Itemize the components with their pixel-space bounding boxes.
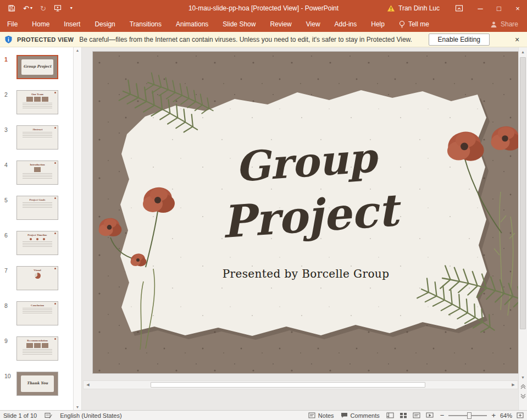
main-area: 1 Group Project 2 Our Team 3 Abstract 4 …: [0, 47, 527, 410]
warning-icon: [387, 4, 395, 12]
slide-thumbnail-6[interactable]: 6 Project Timeline: [2, 231, 70, 255]
slide-thumbnail-9[interactable]: 9 Recommendation: [2, 336, 70, 361]
ribbon-tab-bar: File Home Insert Design Transitions Anim…: [0, 16, 527, 32]
tab-design[interactable]: Design: [87, 16, 122, 32]
scroll-up-icon[interactable]: ▲: [519, 47, 527, 56]
slide-thumbnail-10[interactable]: 10 Thank You: [2, 372, 70, 396]
notes-toggle[interactable]: Notes: [308, 412, 334, 419]
protected-view-label: PROTECTED VIEW: [17, 36, 74, 43]
slide-thumbnail-7[interactable]: 7 Visual: [2, 266, 70, 290]
vertical-scrollbar[interactable]: ▲ ▼: [518, 47, 527, 410]
slideshow-view-icon[interactable]: [426, 412, 434, 418]
tab-insert[interactable]: Insert: [57, 16, 87, 32]
thumbnail-panel-scrollbar[interactable]: ▲ ▼: [73, 47, 82, 410]
reading-view-icon[interactable]: [413, 412, 420, 418]
redo-icon[interactable]: ↻: [40, 5, 46, 12]
lightbulb-icon: [398, 20, 406, 28]
maximize-button[interactable]: □: [490, 0, 508, 16]
slide-number: 6: [2, 231, 13, 255]
close-button[interactable]: ×: [508, 0, 527, 16]
slide-thumbnail-4[interactable]: 4 Introduction: [2, 161, 70, 185]
previous-slide-button[interactable]: [519, 382, 527, 391]
tab-help[interactable]: Help: [364, 16, 392, 32]
slide-thumbnail-panel: 1 Group Project 2 Our Team 3 Abstract 4 …: [0, 47, 73, 410]
tab-transitions[interactable]: Transitions: [123, 16, 169, 32]
shield-info-icon: [4, 35, 13, 44]
horizontal-scrollbar[interactable]: ◀ ▶: [83, 380, 518, 389]
slide-number: 7: [2, 266, 13, 290]
zoom-level[interactable]: 64%: [500, 412, 512, 419]
enable-editing-button[interactable]: Enable Editing: [429, 34, 490, 46]
thumbnail-title: Our Team: [17, 93, 58, 96]
tab-home[interactable]: Home: [25, 16, 57, 32]
language-indicator[interactable]: English (United States): [60, 412, 122, 419]
slide-number: 8: [2, 301, 13, 325]
thumbnail-title: Visual: [17, 269, 58, 272]
slide-number: 3: [2, 125, 13, 150]
slide-thumbnail-2[interactable]: 2 Our Team: [2, 90, 70, 114]
slide-editor-area: Group Project Presented by Borcelle Grou…: [82, 47, 527, 410]
scroll-down-icon[interactable]: ▼: [519, 373, 527, 382]
account-info[interactable]: Tran Dinh Luc: [379, 4, 447, 12]
thumbnail-title: Recommendation: [17, 339, 58, 342]
view-switcher: [386, 412, 434, 418]
protected-view-message: Be careful—files from the Internet can c…: [79, 36, 412, 43]
slide-number: 2: [2, 90, 13, 114]
tab-slideshow[interactable]: Slide Show: [215, 16, 263, 32]
zoom-in-button[interactable]: +: [491, 412, 496, 419]
slide-canvas[interactable]: Group Project Presented by Borcelle Grou…: [93, 52, 519, 373]
slide-thumbnail-8[interactable]: 8 Conclusion: [2, 301, 70, 325]
protected-view-bar: PROTECTED VIEW Be careful—files from the…: [0, 32, 527, 47]
ribbon-display-options-icon[interactable]: [447, 4, 471, 12]
dismiss-bar-icon[interactable]: ×: [512, 35, 523, 44]
slide-thumbnail-1[interactable]: 1 Group Project: [2, 55, 70, 79]
next-slide-button[interactable]: [519, 391, 527, 401]
normal-view-icon[interactable]: [386, 412, 394, 418]
person-icon: [490, 21, 497, 28]
tab-animations[interactable]: Animations: [169, 16, 215, 32]
thumbnail-title: Group Project: [24, 65, 52, 69]
zoom-out-button[interactable]: −: [440, 412, 445, 419]
slide-indicator[interactable]: Slide 1 of 10: [3, 412, 37, 419]
scroll-left-icon[interactable]: ◀: [84, 380, 92, 389]
tab-review[interactable]: Review: [263, 16, 298, 32]
slide-artwork: [93, 52, 519, 373]
slide-thumbnail-5[interactable]: 5 Project Goals: [2, 196, 70, 220]
save-icon[interactable]: [8, 4, 15, 12]
slide-number: 5: [2, 196, 13, 220]
comments-toggle[interactable]: Comments: [341, 412, 380, 419]
slide-number: 9: [2, 336, 13, 361]
thumbnail-title: Conclusion: [17, 304, 58, 307]
undo-icon[interactable]: ↶▾: [23, 5, 32, 12]
slide-number: 10: [2, 372, 13, 396]
customize-qat-caret-icon[interactable]: ▾: [69, 6, 73, 10]
user-name: Tran Dinh Luc: [398, 4, 440, 12]
vertical-scroll-thumb[interactable]: [520, 57, 526, 329]
scroll-down-icon[interactable]: ▼: [76, 405, 80, 409]
thumbnail-title: Project Timeline: [17, 234, 58, 236]
slide-number: 1: [2, 55, 13, 79]
start-slideshow-icon[interactable]: [54, 4, 62, 12]
tab-file[interactable]: File: [0, 16, 25, 32]
thumbnail-title: Thank You: [27, 382, 48, 385]
scroll-up-icon[interactable]: ▲: [76, 48, 80, 52]
slide-thumbnail-3[interactable]: 3 Abstract: [2, 125, 70, 150]
zoom-slider-knob[interactable]: [467, 412, 471, 419]
tab-view[interactable]: View: [299, 16, 328, 32]
slide-number: 4: [2, 161, 13, 185]
proofing-icon[interactable]: [45, 412, 52, 419]
minimize-button[interactable]: ─: [471, 0, 490, 16]
scroll-right-icon[interactable]: ▶: [509, 380, 518, 389]
thumbnail-title: Project Goals: [17, 198, 58, 201]
share-button[interactable]: Share: [481, 20, 527, 28]
horizontal-scroll-thumb[interactable]: [151, 382, 425, 388]
title-bar: ↶▾ ↻ ▾ 10-mau-slide-pp-hoa [Protected Vi…: [0, 0, 527, 16]
thumbnail-title: Introduction: [17, 163, 58, 166]
thumbnail-title: Abstract: [17, 128, 58, 131]
tell-me-box[interactable]: Tell me: [392, 16, 436, 32]
fit-slide-to-window-icon[interactable]: [517, 412, 524, 418]
status-bar: Slide 1 of 10 English (United States) No…: [0, 410, 527, 420]
zoom-slider[interactable]: [448, 415, 487, 416]
tab-addins[interactable]: Add-ins: [328, 16, 364, 32]
slide-sorter-view-icon[interactable]: [400, 412, 407, 418]
